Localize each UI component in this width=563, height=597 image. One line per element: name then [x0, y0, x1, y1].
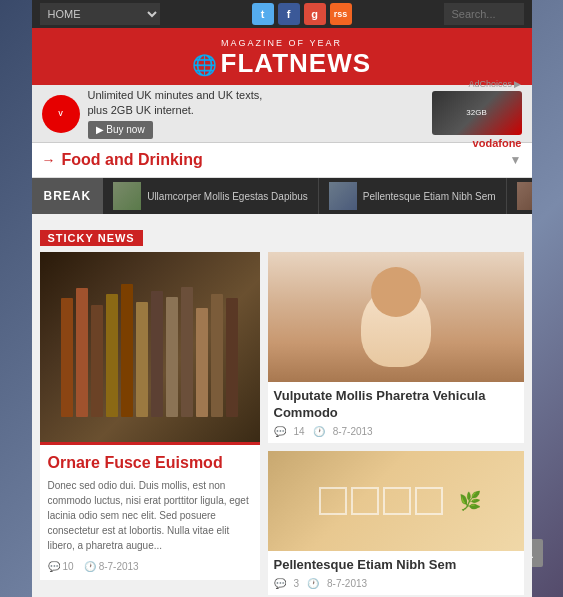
break-item-text-1: Ullamcorper Mollis Egestas Dapibus	[147, 190, 308, 203]
sticky-news-label: STICKY NEWS	[40, 230, 143, 246]
right-article-top-title[interactable]: Vulputate Mollis Pharetra Vehicula Commo…	[274, 388, 518, 422]
ad-subline: plus 2GB UK internet.	[88, 103, 263, 118]
comment-icon-2: 💬	[274, 426, 286, 437]
plant-icon: 🌿	[459, 490, 481, 512]
right-article-top: Vulputate Mollis Pharetra Vehicula Commo…	[268, 252, 524, 443]
search-input[interactable]	[444, 3, 524, 25]
logo-bar: Magazine of Year 🌐 FLATNEWS	[32, 28, 532, 85]
right-article-bottom-image[interactable]: 🌿	[268, 451, 524, 551]
category-title: Food and Drinking	[62, 151, 510, 169]
main-article-title[interactable]: Ornare Fusce Euismod	[48, 453, 252, 472]
google-icon[interactable]: g	[304, 3, 326, 25]
break-thumb-2	[329, 182, 357, 210]
main-article-meta: 💬 10 🕐 8-7-2013	[48, 561, 252, 572]
break-items: Ullamcorper Mollis Egestas Dapibus Pelle…	[103, 178, 531, 214]
right-top-comments: 14	[294, 426, 305, 437]
main-article-image[interactable]	[40, 252, 260, 442]
logo-area: 🌐 FLATNEWS	[32, 50, 532, 77]
break-item[interactable]: Condimentum Adipiscing Dapibus	[507, 178, 532, 214]
vodafone-logo: V	[42, 95, 80, 133]
ad-right: AdChoices ▶ 32GB vodafone	[432, 79, 522, 149]
right-bottom-date: 8-7-2013	[327, 578, 367, 589]
main-article-text: Donec sed odio dui. Duis mollis, est non…	[48, 478, 252, 553]
ad-choices: AdChoices ▶	[468, 79, 521, 89]
nav-home-select[interactable]: HOME	[40, 3, 160, 25]
search-area[interactable]	[444, 3, 524, 25]
right-top-date: 8-7-2013	[333, 426, 373, 437]
twitter-icon[interactable]: t	[252, 3, 274, 25]
clock-icon-2: 🕐	[313, 426, 325, 437]
right-article-top-meta: 💬 14 🕐 8-7-2013	[274, 426, 518, 437]
room-image: 🌿	[268, 451, 524, 551]
right-article-top-content: Vulputate Mollis Pharetra Vehicula Commo…	[268, 382, 524, 443]
main-article-date: 🕐 8-7-2013	[84, 561, 139, 572]
ad-brand-end: vodafone	[473, 137, 522, 149]
logo-name: FLATNEWS	[221, 48, 372, 78]
break-item[interactable]: Ullamcorper Mollis Egestas Dapibus	[103, 178, 319, 214]
ad-left: V Unlimited UK minutes and UK texts, plu…	[42, 88, 263, 140]
break-item-text-2: Pellentesque Etiam Nibh Sem	[363, 190, 496, 203]
ad-device-image: 32GB	[432, 91, 522, 135]
main-article-comments: 💬 10	[48, 561, 74, 572]
main-container: HOME t f g rss Magazine of Year 🌐 FLATNE…	[32, 0, 532, 597]
background-wrapper: HOME t f g rss Magazine of Year 🌐 FLATNE…	[0, 0, 563, 597]
break-thumb-3	[517, 182, 532, 210]
comment-icon-3: 💬	[274, 578, 286, 589]
main-article: Ornare Fusce Euismod Donec sed odio dui.…	[40, 252, 260, 595]
right-article-bottom-title[interactable]: Pellentesque Etiam Nibh Sem	[274, 557, 518, 574]
category-dropdown-icon[interactable]: ▼	[510, 153, 522, 167]
break-label: BREAK	[32, 178, 104, 214]
break-item[interactable]: Pellentesque Etiam Nibh Sem	[319, 178, 507, 214]
ad-text: Unlimited UK minutes and UK texts, plus …	[88, 88, 263, 140]
buy-button[interactable]: ▶ Buy now	[88, 121, 153, 139]
ad-banner: V Unlimited UK minutes and UK texts, plu…	[32, 85, 532, 143]
sticky-news-grid: Ornare Fusce Euismod Donec sed odio dui.…	[40, 252, 524, 595]
right-articles: Vulputate Mollis Pharetra Vehicula Commo…	[268, 252, 524, 595]
facebook-icon[interactable]: f	[278, 3, 300, 25]
ad-headline: Unlimited UK minutes and UK texts,	[88, 88, 263, 103]
right-bottom-comments: 3	[294, 578, 300, 589]
nav-bar: HOME t f g rss	[32, 0, 532, 28]
home-dropdown[interactable]: HOME	[40, 3, 160, 25]
clock-icon-3: 🕐	[307, 578, 319, 589]
window-decoration	[311, 479, 451, 523]
comment-count: 10	[63, 561, 74, 572]
logo-subtitle: Magazine of Year	[32, 38, 532, 48]
date-value: 8-7-2013	[99, 561, 139, 572]
nav-social: t f g rss	[252, 3, 352, 25]
rss-icon[interactable]: rss	[330, 3, 352, 25]
right-article-bottom: 🌿 Pellentesque Etiam Nibh Sem 💬 3 🕐 8-7-…	[268, 451, 524, 595]
right-article-bottom-meta: 💬 3 🕐 8-7-2013	[274, 578, 518, 589]
break-thumb-1	[113, 182, 141, 210]
right-article-top-image[interactable]	[268, 252, 524, 382]
content-area: STICKY NEWS	[32, 214, 532, 597]
spa-image	[268, 252, 524, 382]
comment-icon: 💬	[48, 561, 60, 572]
main-article-content: Ornare Fusce Euismod Donec sed odio dui.…	[40, 442, 260, 580]
clock-icon: 🕐	[84, 561, 96, 572]
break-bar: BREAK Ullamcorper Mollis Egestas Dapibus…	[32, 178, 532, 214]
sticky-news-section: STICKY NEWS	[40, 230, 524, 595]
books-decoration	[51, 267, 248, 427]
globe-icon: 🌐	[192, 54, 217, 76]
category-arrow-icon: →	[42, 152, 56, 168]
right-article-bottom-content: Pellentesque Etiam Nibh Sem 💬 3 🕐 8-7-20…	[268, 551, 524, 595]
